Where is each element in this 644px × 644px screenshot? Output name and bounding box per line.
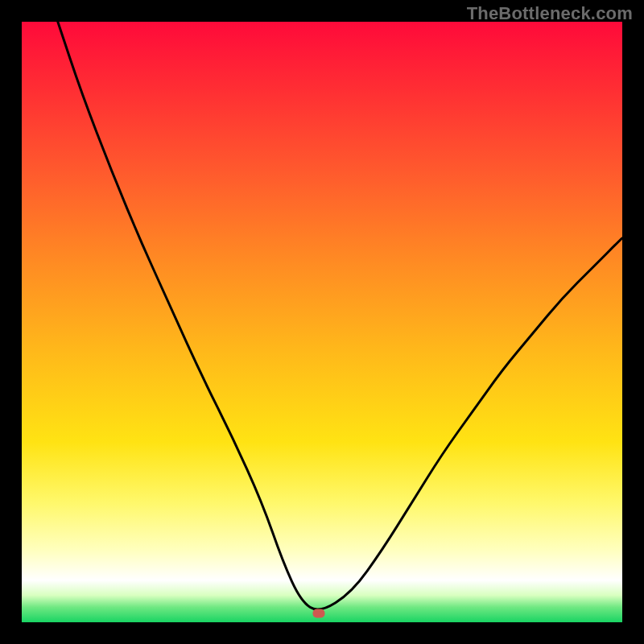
chart-frame: TheBottleneck.com [0,0,644,644]
optimal-point-marker [313,609,325,617]
watermark-text: TheBottleneck.com [467,3,633,24]
plot-area [22,22,622,622]
bottleneck-curve [22,22,622,622]
curve-path [58,22,622,609]
